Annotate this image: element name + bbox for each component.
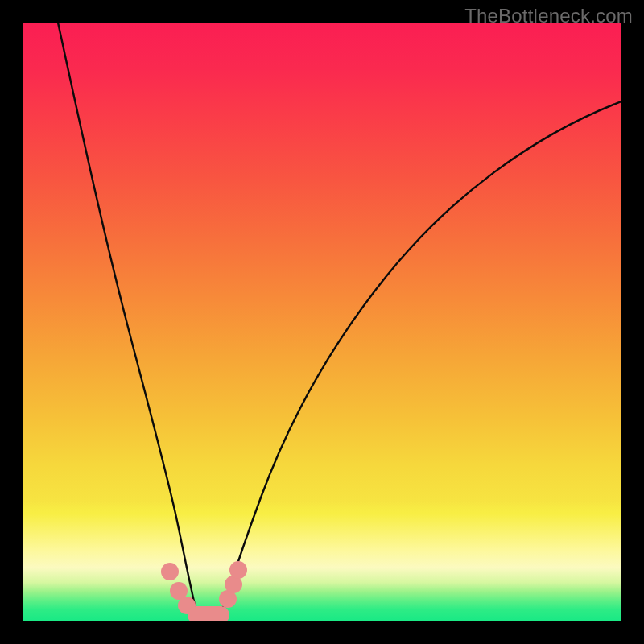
curves-svg xyxy=(23,23,621,621)
chart-container: TheBottleneck.com xyxy=(0,0,644,644)
plot-area xyxy=(23,23,621,621)
watermark-text: TheBottleneck.com xyxy=(464,5,633,27)
trough-dot xyxy=(229,561,247,579)
curve-right-branch xyxy=(221,101,621,615)
trough-dot xyxy=(161,563,179,580)
curve-left-branch xyxy=(58,23,197,615)
